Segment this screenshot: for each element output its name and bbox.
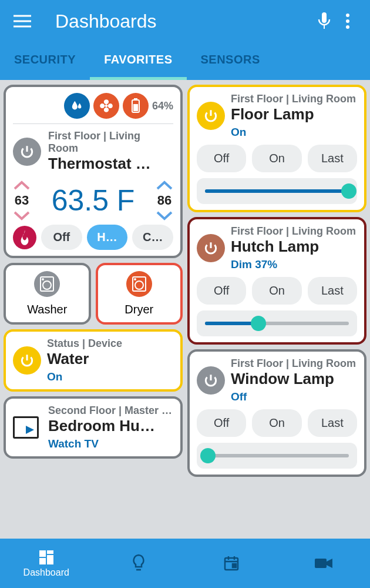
thermostat-status-row: 64% [13, 93, 173, 124]
bottom-nav: Dashboard [0, 539, 370, 588]
floor-lamp-state: On [231, 126, 357, 139]
appliance-row: Washer Dryer [4, 263, 183, 325]
flame-icon [13, 226, 36, 249]
hutch-lamp-slider[interactable] [197, 310, 357, 336]
window-lamp-slider[interactable] [197, 443, 357, 469]
svg-rect-20 [233, 564, 236, 567]
hutch-lamp-off-button[interactable]: Off [197, 277, 246, 305]
battery-pct: 64% [152, 100, 173, 112]
nav-camera-icon[interactable] [278, 539, 371, 588]
water-location: Status | Device [47, 338, 173, 350]
svg-point-5 [105, 105, 107, 107]
nav-calendar-icon[interactable] [185, 539, 278, 588]
window-lamp-location: First Floor | Living Room [231, 358, 357, 370]
svg-rect-0 [322, 12, 327, 23]
water-state: On [47, 370, 173, 383]
high-down-chevron-icon[interactable] [156, 211, 173, 221]
window-lamp-name: Window Lamp [231, 370, 357, 388]
svg-rect-15 [39, 550, 46, 557]
svg-point-11 [42, 279, 43, 280]
svg-point-2 [346, 14, 349, 17]
mode-cool-button[interactable]: C… [132, 225, 173, 250]
svg-rect-21 [315, 559, 327, 568]
tv-icon [13, 416, 39, 439]
floor-lamp-off-button[interactable]: Off [197, 145, 246, 172]
svg-point-10 [43, 281, 51, 289]
washer-card[interactable]: Washer [4, 263, 91, 325]
floor-lamp-power-icon[interactable] [197, 102, 225, 130]
svg-rect-7 [134, 98, 137, 100]
dryer-icon [126, 271, 152, 297]
thermostat-power-icon[interactable] [13, 138, 41, 166]
low-up-chevron-icon[interactable] [13, 180, 31, 191]
right-column: First Floor | Living Room Floor Lamp On … [187, 85, 366, 539]
window-lamp-on-button[interactable]: On [252, 409, 301, 437]
thermostat-location: First Floor | Living Room [48, 130, 173, 155]
window-lamp-off-button[interactable]: Off [197, 409, 246, 437]
floor-lamp-location: First Floor | Living Room [231, 93, 357, 105]
mode-off-button[interactable]: Off [41, 225, 82, 250]
floor-lamp-name: Floor Lamp [231, 105, 357, 123]
bedroom-state: Watch TV [48, 437, 173, 450]
hutch-lamp-power-icon[interactable] [197, 234, 225, 262]
svg-rect-8 [133, 104, 138, 111]
high-setpoint: 86 [157, 193, 171, 208]
floor-lamp-last-button[interactable]: Last [308, 145, 357, 172]
window-lamp-card[interactable]: First Floor | Living Room Window Lamp Of… [187, 349, 366, 477]
low-setpoint: 63 [15, 193, 29, 208]
hutch-lamp-name: Hutch Lamp [231, 238, 357, 256]
nav-dashboard-label: Dashboard [23, 567, 69, 578]
battery-icon [123, 93, 149, 119]
bedroom-card[interactable]: Second Floor | Master … Bedroom Hu… Watc… [4, 396, 183, 459]
bedroom-name: Bedroom Hu… [48, 417, 173, 435]
dashboard-grid: 64% First Floor | Living Room Thermostat… [0, 80, 370, 539]
floor-lamp-on-button[interactable]: On [252, 145, 301, 172]
svg-point-13 [135, 281, 143, 289]
mode-heat-button[interactable]: H… [87, 225, 128, 250]
humidity-icon [64, 93, 90, 119]
dryer-card[interactable]: Dryer [96, 263, 183, 325]
nav-lighting-icon[interactable] [93, 539, 186, 588]
washer-label: Washer [27, 303, 67, 316]
tab-sensors[interactable]: SENSORS [187, 42, 274, 80]
low-down-chevron-icon[interactable] [13, 211, 31, 221]
current-temp: 63.5 F [52, 183, 135, 218]
fan-icon [93, 93, 119, 119]
thermostat-name: Thermostat … [48, 155, 173, 173]
window-lamp-power-icon[interactable] [197, 366, 225, 395]
tab-bar: SECURITY FAVORITES SENSORS [0, 42, 370, 80]
hutch-lamp-state: Dim 37% [231, 258, 357, 271]
window-lamp-last-button[interactable]: Last [308, 409, 357, 437]
high-up-chevron-icon[interactable] [156, 180, 173, 191]
svg-rect-16 [47, 550, 53, 554]
tab-favorites[interactable]: FAVORITES [90, 42, 186, 80]
hutch-lamp-location: First Floor | Living Room [231, 225, 357, 238]
page-title: Dashboards [55, 11, 312, 32]
app-bar: Dashboards [0, 0, 370, 42]
svg-rect-17 [47, 555, 53, 564]
hutch-lamp-last-button[interactable]: Last [308, 277, 357, 305]
voice-icon[interactable] [312, 9, 336, 33]
nav-dashboard[interactable]: Dashboard [0, 539, 93, 588]
floor-lamp-slider[interactable] [197, 178, 357, 204]
hutch-lamp-on-button[interactable]: On [252, 277, 301, 305]
hutch-lamp-card[interactable]: First Floor | Living Room Hutch Lamp Dim… [187, 217, 366, 345]
left-column: 64% First Floor | Living Room Thermostat… [4, 85, 183, 539]
floor-lamp-card[interactable]: First Floor | Living Room Floor Lamp On … [187, 85, 366, 212]
water-power-icon[interactable] [13, 346, 41, 375]
water-name: Water [47, 350, 173, 368]
svg-rect-18 [39, 558, 46, 564]
window-lamp-state: Off [231, 390, 357, 403]
svg-point-14 [134, 279, 136, 280]
more-icon[interactable] [336, 9, 359, 33]
water-card[interactable]: Status | Device Water On [4, 329, 183, 392]
thermostat-card[interactable]: 64% First Floor | Living Room Thermostat… [4, 85, 183, 258]
svg-point-3 [346, 19, 349, 23]
svg-point-4 [346, 25, 349, 29]
menu-icon[interactable] [11, 9, 34, 33]
washer-icon [34, 271, 60, 297]
svg-rect-1 [324, 25, 325, 29]
dryer-label: Dryer [125, 303, 153, 316]
tab-security[interactable]: SECURITY [0, 42, 90, 80]
bedroom-location: Second Floor | Master … [48, 405, 173, 417]
